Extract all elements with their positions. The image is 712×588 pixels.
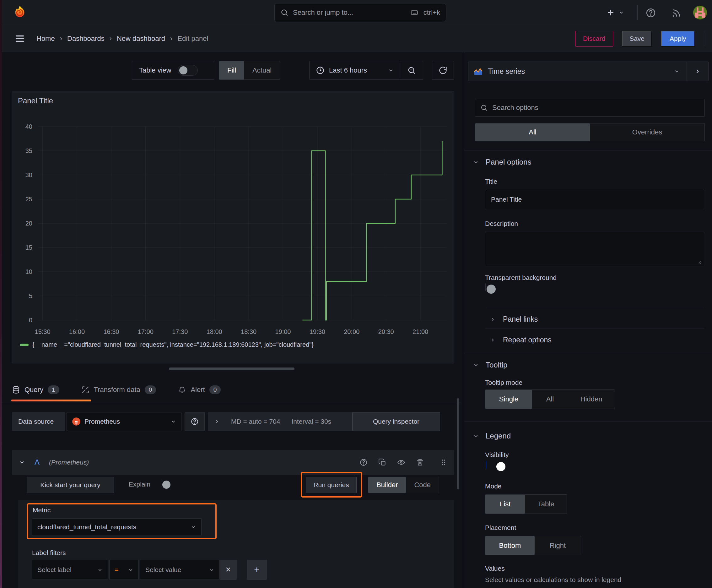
tab-all[interactable]: All <box>475 123 590 141</box>
zoom-out-button[interactable] <box>400 66 423 75</box>
bell-icon <box>178 386 186 394</box>
svg-text:10: 10 <box>25 268 33 275</box>
panel-options-section-header[interactable]: Panel options <box>473 158 531 166</box>
tooltip-mode-all[interactable]: All <box>532 390 568 408</box>
svg-text:35: 35 <box>25 147 33 154</box>
table-view-toggle[interactable] <box>178 65 198 76</box>
placement-bottom[interactable]: Bottom <box>486 536 535 555</box>
keyboard-icon <box>410 9 419 16</box>
query-row-header[interactable]: A (Prometheus) <box>12 450 454 475</box>
global-search-input[interactable]: Search or jump to... ctrl+k <box>274 3 446 22</box>
legend-section-header[interactable]: Legend <box>473 429 511 443</box>
refresh-button[interactable] <box>432 61 454 80</box>
delete-query-icon[interactable] <box>416 458 424 466</box>
svg-text:20:30: 20:30 <box>378 328 394 335</box>
tabs-divider <box>0 403 461 403</box>
scrollbar[interactable] <box>457 398 459 489</box>
news-button[interactable] <box>671 8 681 18</box>
tab-query[interactable]: Query 1 <box>12 385 59 394</box>
description-textarea[interactable] <box>485 232 704 266</box>
discard-button[interactable]: Discard <box>575 31 613 46</box>
grafana-logo[interactable] <box>13 5 27 20</box>
plus-icon <box>606 8 615 17</box>
transparent-background-toggle[interactable] <box>485 283 486 291</box>
add-menu-button[interactable] <box>606 6 624 19</box>
breadcrumb-home[interactable]: Home <box>37 35 55 43</box>
query-help-icon[interactable] <box>360 458 368 466</box>
tooltip-mode-single[interactable]: Single <box>486 390 532 408</box>
chevron-right-icon[interactable] <box>214 419 220 424</box>
remove-filter-button[interactable]: ✕ <box>220 560 237 580</box>
prometheus-icon <box>72 417 81 426</box>
placement-right[interactable]: Right <box>535 536 581 555</box>
viz-picker[interactable]: Time series <box>468 62 709 81</box>
topnav-divider <box>637 5 638 20</box>
duplicate-query-icon[interactable] <box>378 458 386 466</box>
chevron-down-icon <box>191 524 196 530</box>
table-view-label: Table view <box>139 66 171 75</box>
panel-title-input[interactable] <box>485 190 704 209</box>
time-range-picker[interactable]: Last 6 hours <box>309 66 400 75</box>
repeat-options-section[interactable]: Repeat options <box>490 333 552 347</box>
drag-handle-icon[interactable] <box>440 458 447 466</box>
tab-transform-data[interactable]: Transform data 0 <box>81 385 156 394</box>
section-divider <box>464 354 712 354</box>
chevron-down-icon <box>128 567 133 573</box>
datasource-picker[interactable]: Prometheus <box>67 412 181 431</box>
tab-alert[interactable]: Alert 0 <box>178 385 221 394</box>
zoom-out-icon <box>407 66 416 75</box>
explain-label: Explain <box>129 481 150 488</box>
legend-mode-table[interactable]: Table <box>525 495 567 513</box>
collapse-options-button[interactable] <box>687 68 708 75</box>
kick-start-query-button[interactable]: Kick start your query <box>27 477 114 493</box>
select-label-dropdown[interactable]: Select label <box>32 560 108 580</box>
actual-option[interactable]: Actual <box>244 61 280 80</box>
svg-text:40: 40 <box>25 123 33 130</box>
legend-visibility-toggle[interactable] <box>486 461 486 469</box>
select-label-placeholder: Select label <box>37 566 71 573</box>
query-ref-id[interactable]: A <box>35 458 40 467</box>
metric-select[interactable]: cloudflared_tunnel_total_requests <box>32 518 201 536</box>
mega-menu-button[interactable] <box>14 33 26 44</box>
resize-handle-icon[interactable] <box>697 259 702 264</box>
avatar[interactable] <box>693 6 707 19</box>
transform-count-badge: 0 <box>145 385 156 394</box>
search-options-input[interactable]: Search options <box>475 99 705 117</box>
title-label: Title <box>485 178 497 185</box>
tab-overrides[interactable]: Overrides <box>590 123 705 141</box>
run-queries-button[interactable]: Run queries <box>306 477 357 493</box>
viz-name: Time series <box>488 67 525 76</box>
time-series-chart[interactable]: 051015202530354015:3016:0016:3017:0017:3… <box>12 91 454 363</box>
options-pane: Time series Search options All Overrides <box>464 52 712 588</box>
select-value-dropdown[interactable]: Select value <box>140 560 220 580</box>
legend-mode-list[interactable]: List <box>486 495 525 513</box>
toggle-visibility-icon[interactable] <box>397 458 405 466</box>
breadcrumb-bar: Home › Dashboards › New dashboard › Edit… <box>0 25 712 52</box>
pane-resize-handle[interactable] <box>169 368 295 370</box>
operator-dropdown[interactable]: = <box>109 560 139 580</box>
svg-text:17:30: 17:30 <box>172 328 188 335</box>
datasource-help-button[interactable] <box>185 412 205 431</box>
tooltip-mode-hidden[interactable]: Hidden <box>568 390 615 408</box>
save-button[interactable]: Save <box>622 31 652 46</box>
help-button[interactable] <box>645 7 656 18</box>
legend-item[interactable]: {__name__="cloudflared_tunnel_total_requ… <box>20 341 314 348</box>
chevron-down-icon[interactable] <box>19 459 25 465</box>
query-inspector-button[interactable]: Query inspector <box>352 412 440 431</box>
panel-links-section[interactable]: Panel links <box>490 312 538 326</box>
svg-text:19:00: 19:00 <box>275 328 291 335</box>
svg-text:25: 25 <box>25 196 33 203</box>
apply-button[interactable]: Apply <box>661 31 695 46</box>
values-hint: Select values or calculations to show in… <box>485 576 621 584</box>
explain-toggle[interactable] <box>161 479 161 487</box>
tooltip-section-header[interactable]: Tooltip <box>473 358 507 372</box>
code-option[interactable]: Code <box>406 477 439 493</box>
breadcrumb-separator: › <box>55 35 67 43</box>
breadcrumb-new-dashboard[interactable]: New dashboard <box>117 35 165 43</box>
legend-label[interactable]: {__name__="cloudflared_tunnel_total_requ… <box>33 341 314 348</box>
builder-option[interactable]: Builder <box>368 477 406 493</box>
add-filter-button[interactable]: + <box>247 560 267 580</box>
fill-option[interactable]: Fill <box>219 61 244 80</box>
svg-text:18:00: 18:00 <box>207 328 222 335</box>
breadcrumb-dashboards[interactable]: Dashboards <box>67 35 105 43</box>
